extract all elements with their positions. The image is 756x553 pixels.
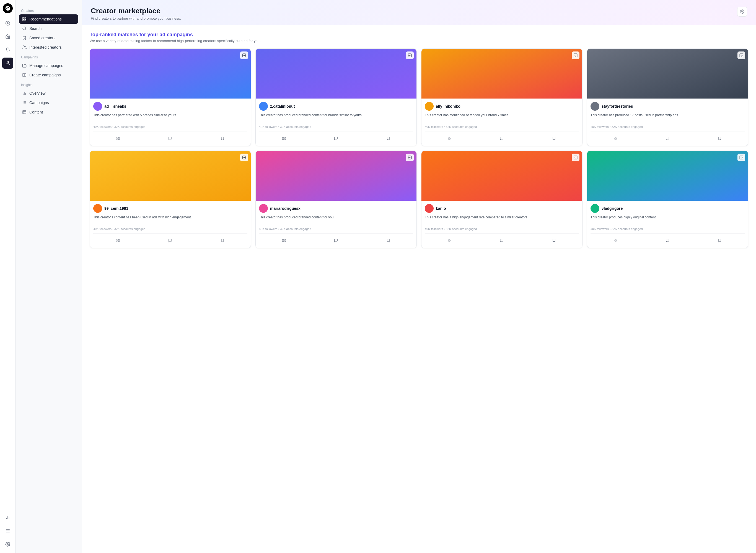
card-metric-button[interactable] <box>591 134 640 143</box>
card-metric-button[interactable] <box>425 236 475 245</box>
card-description: This creator has partnered with 5 brands… <box>93 113 247 123</box>
card-metric-button[interactable] <box>93 134 143 143</box>
card-save-button[interactable] <box>363 134 413 143</box>
card-message-button[interactable] <box>145 134 195 143</box>
card-body: 99_cem.1981 This creator's content has b… <box>90 201 251 248</box>
sidebar-item-recommendations[interactable]: Recommendations <box>19 14 78 24</box>
card-save-button[interactable] <box>529 236 579 245</box>
page-subtitle: Find creators to partner with and promot… <box>91 16 181 20</box>
svg-rect-40 <box>284 137 285 138</box>
content-label: Content <box>29 110 43 114</box>
card-body: z.catalinionut This creator has produced… <box>256 98 416 146</box>
card-actions <box>93 233 247 245</box>
svg-rect-31 <box>242 54 246 57</box>
card-message-button[interactable] <box>311 236 361 245</box>
card-stats: 40K followers • 32K accounts engaged <box>591 125 745 129</box>
card-description: This creator has produced 17 posts used … <box>591 113 745 123</box>
svg-rect-53 <box>616 139 617 140</box>
nav-marketplace[interactable] <box>2 58 13 69</box>
card-body: ally_nikoniko This creator has mentioned… <box>421 98 582 146</box>
nav-menu[interactable] <box>2 525 13 536</box>
avatar <box>259 204 268 213</box>
card-stats: 40K followers • 32K accounts engaged <box>93 227 247 231</box>
creator-card: 99_cem.1981 This creator's content has b… <box>90 151 251 248</box>
card-body: stayforthestories This creator has produ… <box>587 98 748 146</box>
sidebar-item-interested-creators[interactable]: Interested creators <box>19 43 78 52</box>
sidebar-item-overview[interactable]: Overview <box>19 89 78 98</box>
card-save-button[interactable] <box>363 236 413 245</box>
card-save-button[interactable] <box>197 134 247 143</box>
creators-grid-row-1: ad__sneaks This creator has partnered wi… <box>90 49 748 146</box>
svg-rect-12 <box>25 19 26 21</box>
card-stats: 40K followers • 32K accounts engaged <box>425 227 579 231</box>
card-message-button[interactable] <box>643 236 692 245</box>
card-message-button[interactable] <box>477 236 527 245</box>
card-message-button[interactable] <box>477 134 527 143</box>
card-save-button[interactable] <box>695 236 745 245</box>
svg-point-16 <box>23 46 24 47</box>
svg-rect-43 <box>574 54 577 57</box>
card-metric-button[interactable] <box>93 236 143 245</box>
nav-home[interactable] <box>2 31 13 42</box>
svg-rect-36 <box>117 139 118 140</box>
page-header: Creator marketplace Find creators to par… <box>82 0 756 25</box>
card-actions <box>93 131 247 143</box>
card-description: This creator has produced branded conten… <box>259 113 413 123</box>
card-actions <box>591 233 745 245</box>
nav-notifications[interactable] <box>2 44 13 55</box>
svg-point-2 <box>7 61 9 63</box>
card-actions <box>259 233 413 245</box>
nav-chart[interactable] <box>2 512 13 523</box>
card-save-button[interactable] <box>695 134 745 143</box>
card-message-button[interactable] <box>145 236 195 245</box>
svg-line-15 <box>25 29 26 30</box>
svg-rect-11 <box>25 17 26 19</box>
card-reel-badge <box>738 154 745 161</box>
avatar <box>425 204 434 213</box>
section-title: Top-ranked matches for your ad campagins <box>90 32 748 37</box>
card-description: This creator has mentioned or tagged you… <box>425 113 579 123</box>
avatar <box>591 204 599 213</box>
sidebar-item-content[interactable]: Content <box>19 107 78 117</box>
sidebar-item-saved-creators[interactable]: Saved creators <box>19 33 78 43</box>
creator-card: stayforthestories This creator has produ… <box>587 49 748 146</box>
card-message-button[interactable] <box>643 134 692 143</box>
section-subtitle: We use a variety of determining factors … <box>90 39 748 43</box>
sidebar-item-create-campaigns[interactable]: Create campaigns <box>19 70 78 80</box>
card-image <box>256 151 416 201</box>
svg-rect-33 <box>117 137 118 138</box>
svg-point-30 <box>742 11 743 12</box>
card-image <box>587 151 748 201</box>
svg-rect-41 <box>284 139 285 140</box>
svg-rect-65 <box>284 241 285 242</box>
svg-rect-64 <box>284 239 285 240</box>
svg-rect-77 <box>616 241 617 242</box>
saved-creators-icon <box>22 36 26 40</box>
creator-card: ally_nikoniko This creator has mentioned… <box>421 49 583 146</box>
campaigns-insights-icon <box>22 100 26 105</box>
header-text: Creator marketplace Find creators to par… <box>91 7 181 20</box>
svg-rect-60 <box>117 241 118 242</box>
svg-rect-59 <box>118 241 119 242</box>
card-metric-button[interactable] <box>425 134 475 143</box>
nav-settings[interactable] <box>2 539 13 550</box>
nav-back[interactable] <box>2 18 13 29</box>
sidebar-item-campaigns-insights[interactable]: Campaigns <box>19 98 78 107</box>
recommendations-label: Recommendations <box>29 17 62 21</box>
card-save-button[interactable] <box>197 236 247 245</box>
insights-section-label: Insights <box>19 83 78 87</box>
saved-creators-label: Saved creators <box>29 36 55 40</box>
sidebar-item-manage-campaigns[interactable]: Manage campaigns <box>19 61 78 70</box>
card-description: This creator has a high engagement rate … <box>425 215 579 225</box>
sidebar-item-search[interactable]: Search <box>19 24 78 33</box>
create-campaigns-icon <box>22 73 26 77</box>
manage-campaigns-label: Manage campaigns <box>29 63 63 68</box>
settings-button[interactable] <box>737 7 747 17</box>
card-metric-button[interactable] <box>259 236 309 245</box>
card-stats: 40K followers • 32K accounts engaged <box>425 125 579 129</box>
card-username: vladgrigore <box>602 206 622 211</box>
card-message-button[interactable] <box>311 134 361 143</box>
card-metric-button[interactable] <box>259 134 309 143</box>
card-save-button[interactable] <box>529 134 579 143</box>
card-metric-button[interactable] <box>591 236 640 245</box>
